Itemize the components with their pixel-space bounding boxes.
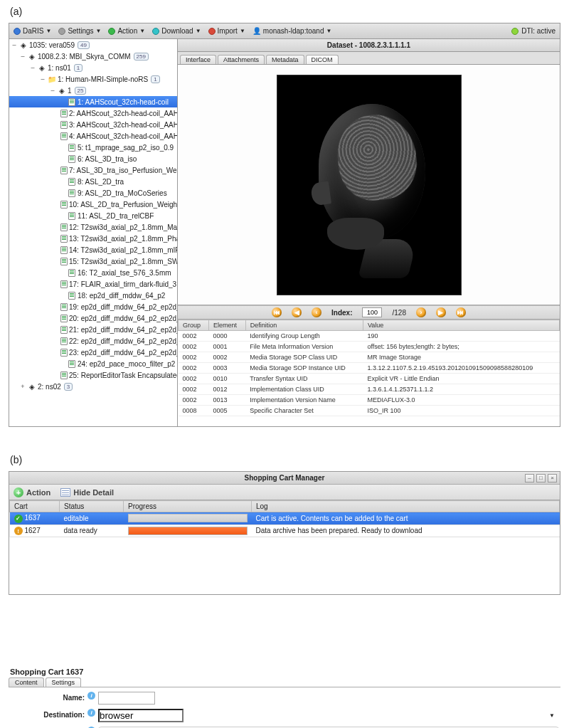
- dataset-title: Dataset - 1008.2.3.1.1.1.1: [178, 39, 560, 52]
- table-row[interactable]: 00020002Media Storage SOP Class UIDMR Im…: [179, 352, 560, 363]
- tree-dataset-item[interactable]: 17: FLAIR_axial_tirm_dark-fluid_3.5: [9, 278, 177, 290]
- next-fast-button[interactable]: ▶: [436, 307, 446, 317]
- tree-node[interactable]: –◈125: [9, 85, 177, 96]
- info-icon[interactable]: i: [87, 692, 95, 700]
- download-icon: [152, 28, 159, 35]
- maximize-button[interactable]: □: [536, 474, 546, 482]
- tree-panel[interactable]: –◈1035: vera05949 –◈1008.2.3: MBI_Skyra_…: [9, 39, 178, 426]
- column-header[interactable]: Progress: [124, 501, 252, 512]
- tree-dataset-item[interactable]: 9: ASL_2D_tra_MoCoSeries: [9, 187, 177, 199]
- tree-dataset-item[interactable]: 3: AAHScout_32ch-head-coil_AAHS: [9, 119, 177, 130]
- action-icon: [108, 28, 115, 35]
- main-toolbar: DaRIS▼ Settings▼ Action▼ Download▼ Impor…: [9, 23, 560, 39]
- column-header[interactable]: Log: [252, 501, 560, 512]
- minimize-button[interactable]: –: [525, 474, 534, 482]
- toggle-icon[interactable]: –: [29, 64, 36, 71]
- first-slice-button[interactable]: ⏮: [272, 307, 282, 317]
- cart-detail-panel: Shopping Cart 1637 ContentSettings Name:…: [9, 666, 560, 728]
- dicom-image-viewer[interactable]: [178, 65, 560, 305]
- tree-node[interactable]: –◈1008.2.3: MBI_Skyra_COMM259: [9, 51, 177, 62]
- table-row[interactable]: 00020012Implementation Class UID1.3.6.1.…: [179, 384, 560, 395]
- tab-settings[interactable]: Settings: [46, 677, 82, 687]
- tree-dataset-item[interactable]: 19: ep2d_diff_mddw_64_p2_ep2d_d: [9, 301, 177, 312]
- hide-detail-button[interactable]: Hide Detail: [60, 488, 114, 497]
- tab-content[interactable]: Content: [9, 677, 44, 687]
- destination-select[interactable]: [98, 709, 184, 722]
- column-header[interactable]: Definition: [245, 320, 363, 331]
- import-menu[interactable]: Import▼: [208, 27, 245, 35]
- tree-dataset-item[interactable]: 16: T2_axial_tse_576_3.5mm: [9, 267, 177, 278]
- cart-row[interactable]: !1627data readyData archive has been pre…: [10, 524, 560, 537]
- tree-node-ns02[interactable]: +◈2: ns023: [9, 381, 177, 392]
- action-menu[interactable]: Action▼: [108, 27, 145, 35]
- column-header[interactable]: Cart: [10, 501, 60, 512]
- column-header[interactable]: Status: [60, 501, 124, 512]
- cart-table[interactable]: CartStatusProgressLog ✓1637editableCart …: [9, 500, 560, 537]
- daris-icon: [14, 28, 21, 35]
- tree-dataset-item[interactable]: 6: ASL_3D_tra_iso: [9, 153, 177, 164]
- cart-row[interactable]: ✓1637editableCart is active. Contents ca…: [10, 512, 560, 525]
- slice-index-input[interactable]: [362, 307, 382, 317]
- table-row[interactable]: 00020000Identifying Group Length190: [179, 331, 560, 342]
- tree-dataset-item[interactable]: 5: t1_mprage_sag_p2_iso_0.9: [9, 142, 177, 153]
- toggle-icon[interactable]: –: [19, 53, 26, 60]
- tab-dicom[interactable]: DICOM: [306, 55, 339, 64]
- tree-dataset-item[interactable]: 10: ASL_2D_tra_Perfusion_Weighte: [9, 199, 177, 210]
- tree-dataset-item[interactable]: 21: ep2d_diff_mddw_64_p2_ep2d_d: [9, 324, 177, 335]
- count-badge: 49: [78, 41, 90, 49]
- prev-slice-button[interactable]: ‹: [312, 307, 321, 317]
- tree-dataset-item[interactable]: 1: AAHScout_32ch-head-coil: [9, 96, 177, 107]
- user-menu[interactable]: 👤monash-ldap:toand▼: [252, 27, 332, 35]
- column-header[interactable]: Element: [208, 320, 245, 331]
- next-slice-button[interactable]: ›: [416, 307, 426, 317]
- tree-dataset-item[interactable]: 14: T2swi3d_axial_p2_1.8mm_mIP: [9, 244, 177, 255]
- tree-dataset-item[interactable]: 25: ReportEditorTask Encapsulated: [9, 369, 177, 381]
- sheet-icon: [60, 109, 68, 117]
- tab-interface[interactable]: Interface: [180, 55, 216, 64]
- tree-dataset-item[interactable]: 22: ep2d_diff_mddw_64_p2_ep2d_d: [9, 335, 177, 347]
- column-header[interactable]: Value: [363, 320, 559, 331]
- sheet-icon: [68, 291, 76, 300]
- info-icon[interactable]: i: [87, 709, 95, 717]
- tree-node[interactable]: –◈1: ns011: [9, 62, 177, 73]
- folder-icon: 📁: [48, 75, 56, 83]
- tree-dataset-item[interactable]: 15: T2swi3d_axial_p2_1.8mm_SWI: [9, 255, 177, 267]
- expand-icon[interactable]: +: [19, 383, 26, 390]
- tree-dataset-item[interactable]: 24: ep2d_pace_moco_filter_p2: [9, 358, 177, 369]
- tree-dataset-item[interactable]: 7: ASL_3D_tra_iso_Perfusion_Weig: [9, 164, 177, 176]
- table-row[interactable]: 00020001File Meta Information Versionoff…: [179, 342, 560, 352]
- tree-dataset-item[interactable]: 4: AAHScout_32ch-head-coil_AAHS: [9, 130, 177, 142]
- name-input[interactable]: [98, 692, 155, 705]
- tree-dataset-item[interactable]: 13: T2swi3d_axial_p2_1.8mm_Pha: [9, 233, 177, 244]
- daris-menu[interactable]: DaRIS▼: [14, 27, 51, 35]
- table-row[interactable]: 00020013Implementation Version NameMEDIA…: [179, 395, 560, 406]
- tree-dataset-item[interactable]: 20: ep2d_diff_mddw_64_p2_ep2d_d: [9, 312, 177, 324]
- tree-dataset-item[interactable]: 8: ASL_2D_tra: [9, 176, 177, 187]
- cart-action-button[interactable]: +Action: [14, 487, 50, 497]
- tree-dataset-item[interactable]: 23: ep2d_diff_mddw_64_p2_ep2d_d: [9, 347, 177, 358]
- last-slice-button[interactable]: ⏭: [456, 307, 466, 317]
- tree-dataset-item[interactable]: 12: T2swi3d_axial_p2_1.8mm_Mag: [9, 221, 177, 233]
- settings-menu[interactable]: Settings▼: [58, 27, 101, 35]
- dicom-tag-table[interactable]: GroupElementDefinitionValue00020000Ident…: [178, 320, 560, 426]
- table-row[interactable]: 00020003Media Storage SOP Instance UID1.…: [179, 363, 560, 374]
- index-label: Index:: [331, 309, 352, 317]
- tree-root[interactable]: –◈1035: vera05949: [9, 39, 177, 51]
- cart-manager-title: Shopping Cart Manager: [9, 474, 560, 482]
- tree-node[interactable]: –📁1: Human-MRI-Simple-noRS1: [9, 73, 177, 85]
- tab-attachments[interactable]: Attachments: [218, 55, 265, 64]
- close-button[interactable]: ×: [548, 474, 557, 482]
- toggle-icon[interactable]: –: [39, 75, 46, 83]
- column-header[interactable]: Group: [179, 320, 209, 331]
- toggle-icon[interactable]: –: [49, 87, 56, 94]
- prev-fast-button[interactable]: ◀: [292, 307, 302, 317]
- collapse-icon[interactable]: –: [11, 41, 18, 48]
- sheet-icon: [60, 132, 68, 140]
- tree-dataset-item[interactable]: 2: AAHScout_32ch-head-coil_AAHS: [9, 107, 177, 119]
- tab-metadata[interactable]: Metadata: [266, 55, 304, 64]
- tree-dataset-item[interactable]: 11: ASL_2D_tra_relCBF: [9, 210, 177, 221]
- download-menu[interactable]: Download▼: [152, 27, 201, 35]
- table-row[interactable]: 00020010Transfer Syntax UIDExplicit VR -…: [179, 374, 560, 384]
- table-row[interactable]: 00080005Specific Character SetISO_IR 100: [179, 406, 560, 416]
- tree-dataset-item[interactable]: 18: ep2d_diff_mddw_64_p2: [9, 290, 177, 301]
